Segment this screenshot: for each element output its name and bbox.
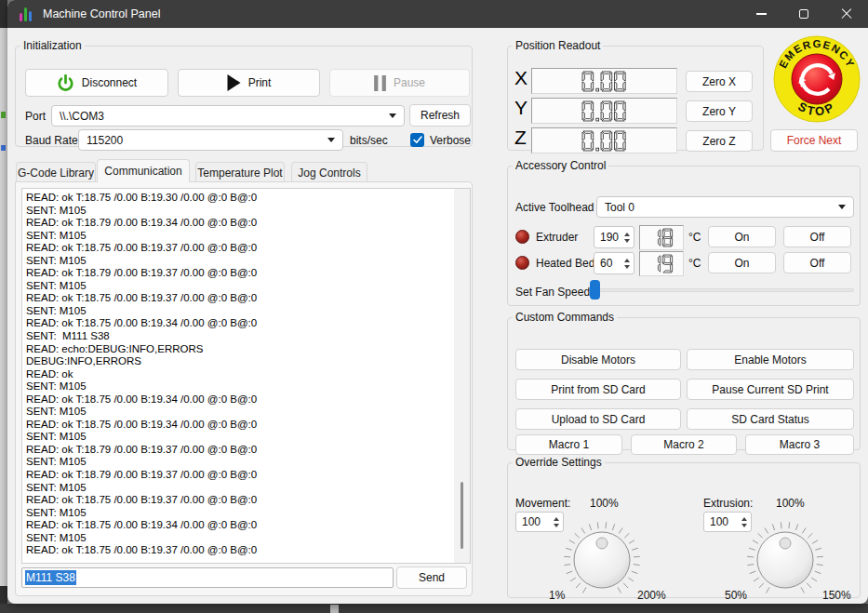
spin-up-icon[interactable] (624, 259, 630, 262)
minimize-button[interactable] (740, 0, 782, 28)
macro-1-button[interactable]: Macro 1 (515, 434, 622, 455)
heated-bed-off-button[interactable]: Off (783, 252, 851, 273)
spin-down-icon[interactable] (624, 265, 630, 269)
disable-motors-button[interactable]: Disable Motors (515, 349, 681, 370)
print-button[interactable]: Print (178, 69, 320, 97)
macro-3-button[interactable]: Macro 3 (745, 434, 854, 455)
log-line: READ: ok T:18.75 /0.00 B:19.30 /0.00 @:0… (26, 192, 452, 205)
log-line: READ: ok T:18.75 /0.00 B:19.34 /0.00 @:0… (26, 419, 452, 432)
log-line: DEBUG:INFO,ERRORS (26, 355, 452, 368)
tab-temperature-plot[interactable]: Temperature Plot (195, 162, 285, 182)
spin-up-icon[interactable] (624, 233, 630, 236)
macro-2-button[interactable]: Macro 2 (631, 434, 737, 455)
print-label: Print (248, 76, 272, 89)
close-button[interactable] (825, 0, 868, 28)
print-from-sd-button[interactable]: Print from SD Card (515, 379, 681, 400)
tab-gcode-library[interactable]: G-Code Library (16, 162, 96, 182)
disconnect-label: Disconnect (82, 76, 137, 89)
log-line: READ: ok T:18.75 /0.00 B:19.37 /0.00 @:0… (26, 544, 452, 557)
verbose-checkbox[interactable] (410, 133, 424, 147)
y-position-display (531, 98, 677, 124)
button-label: Macro 2 (663, 438, 703, 451)
log-line: READ: ok T:18.75 /0.00 B:19.37 /0.00 @:0… (26, 242, 452, 255)
heated-bed-setpoint-spinbox[interactable]: 60 (594, 252, 634, 274)
extrusion-value: 100 (710, 515, 728, 528)
zero-z-button[interactable]: Zero Z (686, 130, 753, 152)
extruder-on-button[interactable]: On (708, 226, 776, 247)
heated-bed-label: Heated Bed (536, 257, 594, 270)
window-controls (740, 0, 868, 28)
spin-arrows[interactable] (624, 233, 630, 243)
log-lines: READ: ok T:18.75 /0.00 B:19.30 /0.00 @:0… (22, 189, 454, 563)
log-scrollbar-thumb[interactable] (461, 482, 463, 549)
screen: Machine Control Panel Initialization Dis… (0, 0, 868, 613)
zero-x-button[interactable]: Zero X (686, 71, 753, 92)
log-line: READ: ok (26, 368, 452, 381)
movement-max-label: 200% (637, 589, 666, 602)
log-line: SENT: M105 (26, 406, 452, 419)
maximize-button[interactable] (782, 0, 825, 28)
extrusion-label: Extrusion: (703, 497, 753, 510)
log-scrollbar[interactable] (454, 189, 470, 563)
send-button[interactable]: Send (396, 566, 467, 589)
communication-pane: READ: ok T:18.75 /0.00 B:19.30 /0.00 @:0… (15, 181, 473, 596)
disconnect-button[interactable]: Disconnect (25, 69, 168, 97)
heated-bed-on-button[interactable]: On (708, 252, 776, 273)
titlebar: Machine Control Panel (7, 0, 868, 28)
extruder-label: Extruder (536, 231, 578, 244)
movement-spinbox[interactable]: 100 (515, 512, 564, 532)
extrusion-max-label: 150% (822, 589, 851, 602)
active-toolhead-value: Tool 0 (605, 201, 634, 214)
slider-groove (590, 288, 854, 292)
baud-rate-combobox[interactable]: 115200 (78, 129, 343, 151)
upload-to-sd-button[interactable]: Upload to SD Card (515, 408, 681, 430)
pause-button[interactable]: Pause (329, 69, 470, 97)
heated-bed-setpoint-value: 60 (600, 257, 612, 270)
refresh-label: Refresh (421, 109, 460, 122)
extruder-off-button[interactable]: Off (783, 226, 851, 247)
axis-x-label: X (514, 67, 527, 89)
tab-communication[interactable]: Communication (97, 159, 190, 182)
tab-jog-controls[interactable]: Jog Controls (291, 162, 367, 182)
extruder-units-label: °C (688, 231, 701, 244)
force-next-button[interactable]: Force Next (770, 129, 858, 152)
axis-y-label: Y (514, 97, 527, 119)
taskbar-item (330, 605, 339, 613)
communication-log[interactable]: READ: ok T:18.75 /0.00 B:19.30 /0.00 @:0… (21, 188, 471, 564)
play-icon (227, 74, 241, 91)
custom-commands-group: Custom Commands Disable Motors Enable Mo… (507, 311, 861, 450)
log-line: READ: echo:DEBUG:INFO,ERRORS (26, 343, 452, 356)
pause-sd-print-button[interactable]: Pause Current SD Print (687, 379, 854, 400)
extruder-setpoint-spinbox[interactable]: 190 (594, 226, 634, 248)
spin-arrows[interactable] (624, 259, 630, 269)
movement-value: 100 (522, 515, 541, 528)
zero-x-label: Zero X (702, 75, 736, 88)
movement-dial[interactable] (559, 515, 645, 601)
extrusion-dial[interactable] (742, 515, 828, 601)
button-label: Upload to SD Card (552, 413, 646, 426)
command-input[interactable]: M111 S38 (21, 567, 394, 588)
slider-handle[interactable] (590, 280, 600, 300)
log-line: SENT: M105 (26, 380, 452, 393)
sd-card-status-button[interactable]: SD Card Status (687, 408, 854, 430)
refresh-button[interactable]: Refresh (409, 104, 471, 127)
initialization-group: Initialization Disconnect Print Pause (15, 39, 473, 147)
active-toolhead-combobox[interactable]: Tool 0 (596, 196, 854, 218)
spin-down-icon[interactable] (624, 239, 630, 243)
extruder-temp-display (639, 225, 684, 250)
log-line: READ: ok T:18.79 /0.00 B:19.37 /0.00 @:0… (26, 267, 452, 280)
accessory-control-group: Accessory Control Active Toolhead Tool 0… (507, 159, 861, 306)
log-line: READ: ok T:18.75 /0.00 B:19.34 /0.00 @:0… (26, 519, 452, 532)
window-title: Machine Control Panel (43, 7, 160, 20)
enable-motors-button[interactable]: Enable Motors (687, 349, 854, 370)
minimize-icon (756, 13, 767, 15)
log-line: READ: ok T:18.75 /0.00 B:19.34 /0.00 @:0… (26, 317, 452, 330)
log-line: READ: ok T:18.79 /0.00 B:19.34 /0.00 @:0… (26, 217, 452, 230)
zero-y-button[interactable]: Zero Y (686, 100, 753, 122)
emergency-stop-button[interactable]: EMERGENCY STOP (772, 34, 861, 124)
fan-speed-slider[interactable] (590, 280, 854, 300)
command-input-selected-text: M111 S38 (25, 570, 76, 585)
fan-speed-label: Set Fan Speed (515, 286, 590, 299)
log-line: SENT: M105 (26, 255, 452, 268)
port-combobox[interactable]: \\.\COM3 (51, 105, 405, 127)
